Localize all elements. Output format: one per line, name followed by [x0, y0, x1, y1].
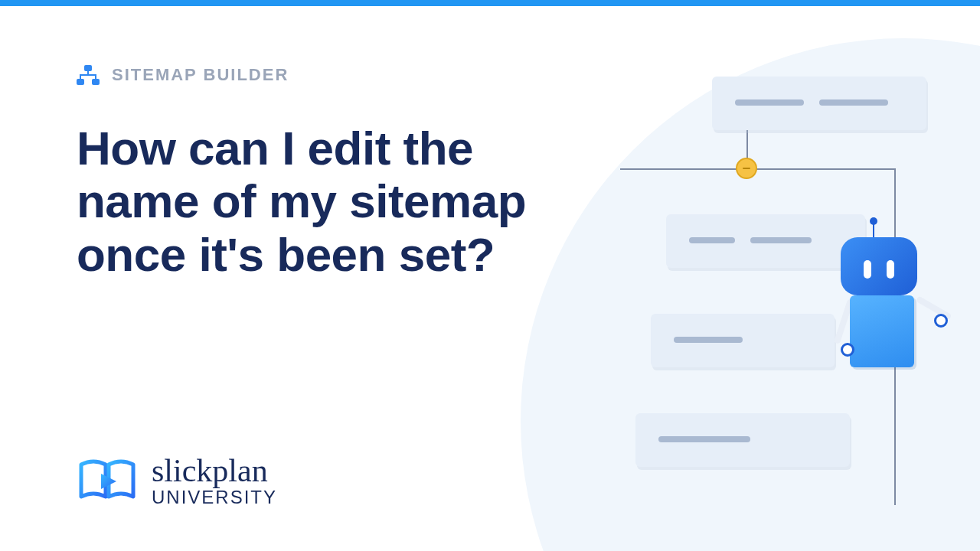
placeholder-bar: [689, 237, 735, 243]
sitemap-card: [635, 413, 850, 467]
placeholder-bar: [658, 436, 750, 442]
sitemap-card: [712, 77, 926, 130]
placeholder-bar: [735, 99, 804, 106]
category-row: SITEMAP BUILDER: [77, 65, 551, 85]
svg-rect-1: [77, 79, 84, 85]
placeholder-bar: [674, 337, 743, 343]
brand-sub: UNIVERSITY: [152, 488, 277, 507]
main-content: SITEMAP BUILDER How can I edit the name …: [0, 0, 551, 281]
book-play-icon: [77, 457, 138, 504]
collapse-node-icon: [736, 158, 757, 179]
sitemap-card: [651, 314, 835, 367]
sitemap-illustration: [620, 77, 949, 505]
placeholder-bar: [819, 99, 888, 106]
svg-rect-2: [92, 79, 100, 85]
sitemap-icon: [77, 65, 100, 85]
category-label: SITEMAP BUILDER: [112, 65, 289, 85]
svg-rect-0: [84, 65, 92, 71]
brand-footer: slickplan UNIVERSITY: [77, 455, 277, 507]
brand-name: slickplan: [152, 455, 277, 487]
page-headline: How can I edit the name of my sitemap on…: [77, 122, 551, 281]
connector-line: [620, 168, 896, 170]
brand-text: slickplan UNIVERSITY: [152, 455, 277, 507]
placeholder-bar: [750, 237, 812, 243]
robot-mascot-icon: [827, 237, 942, 375]
